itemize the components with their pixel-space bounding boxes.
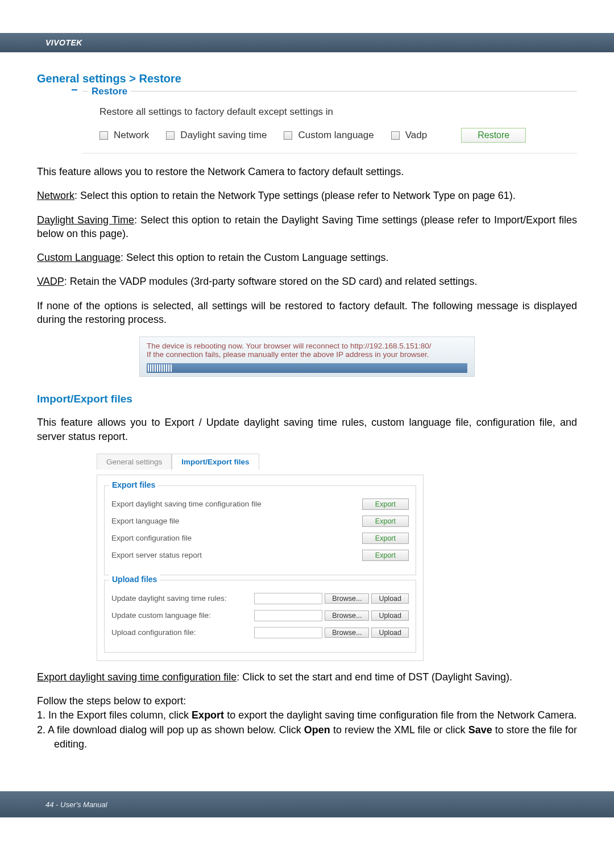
network-para: Network: Select this option to retain th…	[37, 189, 577, 202]
section-title: General settings > Restore	[37, 72, 577, 85]
export-status-button[interactable]: Export	[362, 550, 409, 561]
upload-dst-input[interactable]	[254, 593, 322, 604]
upload-dst-upload-button[interactable]: Upload	[371, 593, 409, 604]
vadp-checkbox[interactable]	[391, 131, 400, 140]
dst-checkbox[interactable]	[166, 131, 175, 140]
upload-files-legend: Upload files	[109, 575, 160, 584]
upload-lang-browse-button[interactable]: Browse...	[325, 610, 369, 621]
reboot-progressbar	[147, 363, 467, 373]
vadp-para: VADP: Retain the VADP modules (3rd-party…	[37, 275, 577, 288]
follow-steps: Follow the steps below to export:	[37, 694, 577, 708]
export-config-button[interactable]: Export	[362, 533, 409, 544]
none-para: If none of the options is selected, all …	[37, 299, 577, 327]
s2b: Open	[304, 724, 330, 736]
tab-strip: General settings Import/Export files	[97, 454, 577, 470]
export-files-legend: Export files	[109, 480, 158, 489]
lang-t: : Select this option to retain the Custo…	[121, 252, 388, 263]
network-u: Network	[37, 190, 74, 201]
upload-config-upload-button[interactable]: Upload	[371, 628, 409, 638]
export-dst-button[interactable]: Export	[362, 499, 409, 510]
s2c: to review the XML file or click	[330, 724, 468, 736]
dst-checkbox-label: Daylight saving time	[180, 130, 267, 141]
vadp-t: : Retain the VADP modules (3rd-party sof…	[64, 276, 478, 287]
upload-dst-browse-button[interactable]: Browse...	[325, 593, 369, 604]
reboot-line1: The device is rebooting now. Your browse…	[147, 342, 467, 350]
network-checkbox[interactable]	[99, 131, 108, 140]
restore-button[interactable]: Restore	[461, 128, 526, 143]
upload-lang-input[interactable]	[254, 610, 322, 621]
export-lang-button[interactable]: Export	[362, 516, 409, 527]
import-export-intro: This feature allows you to Export / Upda…	[37, 416, 577, 443]
network-t: : Select this option to retain the Netwo…	[74, 190, 516, 201]
import-export-panel: Export files Export daylight saving time…	[97, 475, 424, 661]
tab-import-export[interactable]: Import/Export files	[172, 454, 259, 470]
steps-list: 1. In the Export files column, click Exp…	[37, 708, 577, 751]
s1c: to export the daylight saving time confi…	[224, 709, 576, 721]
page-number: 44 - User's Manual	[45, 800, 107, 809]
upload-files-fieldset: Upload files Update daylight saving time…	[104, 580, 416, 653]
export-lang-label: Export language file	[111, 517, 362, 525]
lang-checkbox[interactable]	[284, 131, 292, 140]
feature-intro: This feature allows you to restore the N…	[37, 165, 577, 178]
reboot-message-box: The device is rebooting now. Your browse…	[139, 337, 475, 377]
export-status-label: Export server status report	[111, 551, 362, 559]
collapse-icon: −	[71, 84, 78, 97]
network-checkbox-label: Network	[114, 130, 149, 141]
upload-config-browse-button[interactable]: Browse...	[325, 628, 369, 638]
exp-dst-tail: Export daylight saving time configuratio…	[37, 670, 577, 684]
export-config-label: Export configuration file	[111, 534, 362, 542]
dst-u: Daylight Saving Time	[37, 214, 134, 226]
vadp-checkbox-label: Vadp	[405, 130, 427, 141]
upload-dst-label: Update daylight saving time rules:	[111, 594, 254, 603]
exp-dst-tail-t: : Click to set the start and end time of…	[237, 671, 512, 683]
s2d: Save	[468, 724, 492, 736]
s1a: 1. In the Export files column, click	[37, 709, 192, 721]
footer-band: 44 - User's Manual	[0, 791, 614, 817]
header-band: VIVOTEK	[0, 33, 614, 52]
restore-box: − Restore Restore all settings to factor…	[82, 91, 577, 153]
upload-lang-label: Update custom language file:	[111, 611, 254, 620]
vadp-u: VADP	[37, 276, 64, 287]
export-dst-label: Export daylight saving time configuratio…	[111, 500, 362, 508]
upload-lang-upload-button[interactable]: Upload	[371, 610, 409, 621]
dst-para: Daylight Saving Time: Select this option…	[37, 213, 577, 241]
step-1: 1. In the Export files column, click Exp…	[37, 708, 577, 722]
exp-dst-tail-u: Export daylight saving time configuratio…	[37, 671, 237, 683]
reboot-line2: If the connection fails, please manually…	[147, 350, 467, 359]
upload-config-label: Upload configuration file:	[111, 628, 254, 637]
lang-para: Custom Language: Select this option to r…	[37, 251, 577, 264]
lang-u: Custom Language	[37, 252, 121, 263]
restore-legend: Restore	[88, 86, 131, 97]
export-files-fieldset: Export files Export daylight saving time…	[104, 485, 416, 575]
step-2: 2. A file download dialog will pop up as…	[37, 723, 577, 751]
brand-label: VIVOTEK	[45, 38, 82, 47]
s1b: Export	[192, 709, 224, 721]
tab-general-settings[interactable]: General settings	[97, 454, 172, 470]
s2a: 2. A file download dialog will pop up as…	[37, 724, 304, 736]
restore-intro: Restore all settings to factory default …	[99, 106, 571, 118]
upload-config-input[interactable]	[254, 627, 322, 638]
lang-checkbox-label: Custom language	[298, 130, 374, 141]
import-export-heading: Import/Export files	[37, 393, 577, 405]
